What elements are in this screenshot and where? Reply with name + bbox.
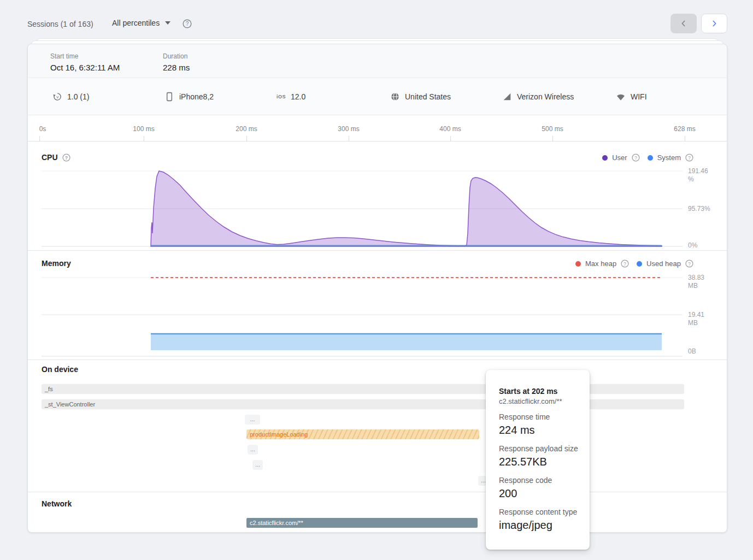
tooltip-start-time: Starts at 202 ms bbox=[499, 387, 580, 396]
timeline-tick bbox=[552, 136, 553, 142]
collapsed-traces-chip[interactable]: ... bbox=[248, 445, 258, 455]
next-session-button[interactable] bbox=[701, 14, 727, 33]
device-model-value: iPhone8,2 bbox=[179, 92, 214, 101]
tooltip-field-label: Response payload size bbox=[499, 444, 580, 453]
cpu-axis-label: % bbox=[688, 175, 694, 183]
svg-text:?: ? bbox=[186, 21, 189, 27]
tooltip-field-label: Response code bbox=[499, 476, 580, 485]
memory-axis-label: 0B bbox=[688, 347, 696, 355]
on-device-title-text: On device bbox=[42, 365, 78, 374]
tooltip-field-value: image/jpeg bbox=[499, 519, 580, 532]
session-summary-band: Start time Oct 16, 6:32:11 AM Duration 2… bbox=[28, 44, 727, 78]
device-info-band: v 1.0 (1) iPhone8,2 iOS 12.0 bbox=[28, 78, 727, 115]
memory-axis-label: 19.41 bbox=[688, 311, 704, 319]
app-version-value: 1.0 (1) bbox=[67, 92, 89, 101]
timeline-tick-label: 0s bbox=[39, 125, 46, 133]
collapsed-traces-chip[interactable]: ... bbox=[252, 460, 263, 470]
tooltip-field-value: 200 bbox=[499, 487, 580, 500]
chevron-down-icon bbox=[165, 21, 170, 25]
timeline-ruler[interactable]: 0s 100 ms 200 ms 300 ms 400 ms 500 ms 62… bbox=[28, 115, 727, 142]
phone-icon bbox=[164, 92, 174, 102]
os-version-item: iOS 12.0 bbox=[277, 78, 305, 115]
globe-icon bbox=[390, 92, 400, 102]
memory-axis-label: 38.83 bbox=[688, 274, 704, 281]
collapsed-traces-chip[interactable]: ... bbox=[245, 415, 260, 425]
sessions-count-label: Sessions (1 of 163) bbox=[27, 20, 93, 28]
timeline-tick-label: 628 ms bbox=[674, 125, 695, 133]
duration-field: Duration 228 ms bbox=[163, 52, 190, 72]
os-version-value: 12.0 bbox=[291, 92, 305, 101]
firebase-performance-session-page: Sessions (1 of 163) All percentiles ? St… bbox=[0, 0, 753, 560]
start-time-value: Oct 16, 6:32:11 AM bbox=[50, 63, 120, 72]
chevron-right-icon bbox=[710, 20, 718, 27]
percentiles-dropdown-label: All percentiles bbox=[112, 19, 160, 27]
memory-axis-label: MB bbox=[688, 282, 698, 290]
tooltip-field-label: Response content type bbox=[499, 508, 580, 516]
device-model-item: iPhone8,2 bbox=[164, 78, 214, 115]
cpu-axis-label: 191.46 bbox=[688, 167, 708, 175]
timeline-tick-label: 400 ms bbox=[439, 125, 461, 133]
timeline-tick-label: 200 ms bbox=[236, 125, 257, 133]
timeline-tick bbox=[246, 136, 247, 142]
timeline-tick-label: 300 ms bbox=[338, 125, 359, 133]
cpu-axis-label: 0% bbox=[688, 241, 697, 249]
timeline-tick-label: 100 ms bbox=[133, 125, 154, 133]
timeline-tick bbox=[39, 136, 40, 142]
on-device-section-title: On device bbox=[42, 365, 78, 374]
start-time-field: Start time Oct 16, 6:32:11 AM bbox=[50, 52, 120, 72]
start-time-label: Start time bbox=[50, 52, 120, 60]
app-version-item: v 1.0 (1) bbox=[52, 78, 89, 115]
timeline-tick bbox=[685, 136, 685, 142]
carrier-value: Verizon Wireless bbox=[517, 92, 574, 101]
carrier-item: Verizon Wireless bbox=[502, 78, 574, 115]
network-type-value: WIFI bbox=[631, 92, 647, 101]
svg-text:v: v bbox=[56, 95, 59, 99]
memory-used-heap-area bbox=[151, 334, 662, 350]
tooltip-host: c2.staticflickr.com/** bbox=[499, 397, 580, 405]
network-section-title: Network bbox=[42, 499, 72, 508]
app-version-icon: v bbox=[52, 92, 62, 102]
chevron-left-icon bbox=[680, 20, 687, 27]
signal-strength-icon bbox=[502, 92, 512, 102]
wifi-icon bbox=[616, 92, 626, 102]
tooltip-field-value: 225.57KB bbox=[499, 456, 580, 468]
session-detail-card: Start time Oct 16, 6:32:11 AM Duration 2… bbox=[27, 44, 727, 533]
network-title-text: Network bbox=[42, 499, 72, 508]
timeline-tick-label: 500 ms bbox=[542, 125, 563, 133]
network-request-tooltip: Starts at 202 ms c2.staticflickr.com/** … bbox=[486, 370, 590, 550]
timeline-tick bbox=[450, 136, 451, 142]
previous-session-button[interactable] bbox=[670, 14, 697, 33]
duration-value: 228 ms bbox=[163, 63, 190, 72]
timeline-tick bbox=[144, 136, 144, 142]
cpu-chart[interactable] bbox=[28, 142, 728, 251]
section-divider bbox=[28, 492, 727, 492]
memory-chart[interactable] bbox=[28, 251, 728, 360]
cpu-axis-label: 95.73% bbox=[688, 205, 710, 213]
trace-bar-product-image-loading[interactable]: productImageLoading bbox=[246, 429, 479, 439]
tooltip-field-value: 224 ms bbox=[499, 424, 580, 437]
percentiles-dropdown[interactable]: All percentiles bbox=[112, 19, 170, 27]
section-divider bbox=[28, 359, 727, 360]
ios-icon: iOS bbox=[277, 94, 286, 99]
country-item: United States bbox=[390, 78, 451, 115]
network-request-bar[interactable]: c2.staticflickr.com/** bbox=[246, 518, 478, 528]
memory-axis-label: MB bbox=[688, 319, 698, 327]
timeline-tick bbox=[349, 136, 349, 142]
tooltip-field-label: Response time bbox=[499, 412, 580, 421]
duration-label: Duration bbox=[163, 52, 190, 60]
network-type-item: WIFI bbox=[616, 78, 647, 115]
sessions-help-icon[interactable]: ? bbox=[183, 19, 192, 28]
country-value: United States bbox=[405, 92, 451, 101]
